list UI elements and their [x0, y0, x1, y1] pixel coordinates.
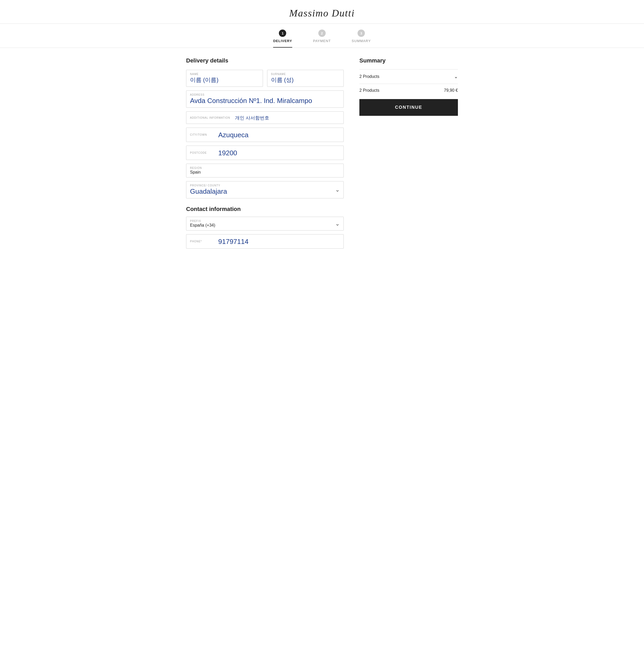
province-value: Guadalajara	[190, 188, 227, 196]
prefix-left: PREFIX España (+34)	[190, 220, 215, 228]
prefix-value: España (+34)	[190, 223, 215, 228]
additional-field-box[interactable]: ADDITIONAL INFORMATION 개인 사서함번호	[186, 112, 344, 124]
surname-field-box[interactable]: SURNAME 이름 (성)	[267, 70, 344, 87]
address-label: ADDRESS	[190, 93, 340, 96]
step-delivery-circle: 1	[279, 29, 286, 37]
region-value: Spain	[190, 170, 340, 174]
city-value: Azuqueca	[218, 131, 248, 139]
address-field-box[interactable]: ADDRESS Avda Construcción Nº1. Ind. Mira…	[186, 90, 344, 108]
address-value: Avda Construcción Nº1. Ind. Miralcampo	[190, 97, 340, 105]
province-wrapper: PROVINCE/ COUNTY Guadalajara ⌄	[186, 181, 344, 198]
step-payment-circle: 2	[318, 29, 326, 37]
main-content: Delivery details NAME 이름 (이름) SURNAME 이름…	[178, 48, 466, 265]
logo: Massimo Dutti	[289, 8, 355, 18]
step-summary-circle: 3	[358, 29, 365, 37]
province-chevron-icon: ⌄	[335, 187, 340, 193]
name-label: NAME	[190, 73, 259, 76]
step-summary-label: Summary	[352, 39, 371, 43]
city-field-box[interactable]: CITY/TOWN Azuqueca	[186, 128, 344, 142]
step-summary[interactable]: 3 Summary	[352, 29, 371, 47]
prefix-wrapper: PREFIX España (+34) ⌄	[186, 217, 344, 230]
summary-total-label: 2 Products	[359, 88, 379, 93]
postcode-field-box[interactable]: POSTCODE 19200	[186, 146, 344, 160]
phone-wrapper: Phone* 91797114	[186, 234, 344, 248]
surname-label: SURNAME	[271, 73, 340, 76]
step-delivery-label: Delivery	[273, 39, 292, 43]
summary-products-label: 2 Products	[359, 74, 379, 79]
additional-wrapper: ADDITIONAL INFORMATION 개인 사서함번호	[186, 112, 344, 124]
region-label: REGION	[190, 166, 340, 169]
surname-value: 이름 (성)	[271, 76, 340, 84]
phone-value: 91797114	[218, 238, 248, 246]
step-payment-label: PAYMENT	[313, 39, 331, 43]
continue-button[interactable]: CONTINUE	[359, 99, 458, 116]
summary-title: Summary	[359, 57, 458, 64]
delivery-form: Delivery details NAME 이름 (이름) SURNAME 이름…	[186, 57, 344, 252]
phone-label: Phone*	[190, 240, 214, 243]
address-wrapper: ADDRESS Avda Construcción Nº1. Ind. Mira…	[186, 90, 344, 108]
postcode-wrapper: POSTCODE 19200	[186, 146, 344, 160]
additional-value: 개인 사서함번호	[235, 115, 269, 121]
site-header: Massimo Dutti	[0, 0, 644, 24]
postcode-value: 19200	[218, 149, 237, 157]
name-value: 이름 (이름)	[190, 76, 259, 84]
prefix-label: PREFIX	[190, 220, 215, 222]
name-wrapper: NAME 이름 (이름)	[186, 70, 263, 87]
postcode-label: POSTCODE	[190, 151, 214, 154]
step-payment[interactable]: 2 PAYMENT	[313, 29, 331, 47]
contact-info-title: Contact information	[186, 206, 344, 213]
province-label: PROVINCE/ COUNTY	[190, 184, 227, 187]
region-field-box[interactable]: REGION Spain	[186, 164, 344, 177]
city-wrapper: CITY/TOWN Azuqueca	[186, 128, 344, 142]
prefix-chevron-icon: ⌄	[335, 220, 340, 227]
name-field-box[interactable]: NAME 이름 (이름)	[186, 70, 263, 87]
province-field-box[interactable]: PROVINCE/ COUNTY Guadalajara ⌄	[186, 181, 344, 198]
step-delivery[interactable]: 1 Delivery	[273, 29, 292, 48]
order-summary: Summary 2 Products ⌄ 2 Products 79,90 € …	[359, 57, 458, 252]
summary-total-row: 2 Products 79,90 €	[359, 84, 458, 97]
summary-products-chevron-icon: ⌄	[454, 74, 458, 79]
region-wrapper: REGION Spain	[186, 164, 344, 177]
phone-field-box[interactable]: Phone* 91797114	[186, 234, 344, 248]
city-label: CITY/TOWN	[190, 133, 214, 136]
summary-products-row[interactable]: 2 Products ⌄	[359, 69, 458, 84]
prefix-field-box[interactable]: PREFIX España (+34) ⌄	[186, 217, 344, 230]
surname-wrapper: SURNAME 이름 (성)	[267, 70, 344, 87]
delivery-details-title: Delivery details	[186, 57, 344, 64]
summary-total-price: 79,90 €	[444, 88, 458, 93]
additional-label: ADDITIONAL INFORMATION	[190, 116, 230, 119]
name-fields-row: NAME 이름 (이름) SURNAME 이름 (성)	[186, 70, 344, 87]
checkout-steps: 1 Delivery 2 PAYMENT 3 Summary	[0, 24, 644, 48]
province-left: PROVINCE/ COUNTY Guadalajara	[190, 184, 227, 196]
